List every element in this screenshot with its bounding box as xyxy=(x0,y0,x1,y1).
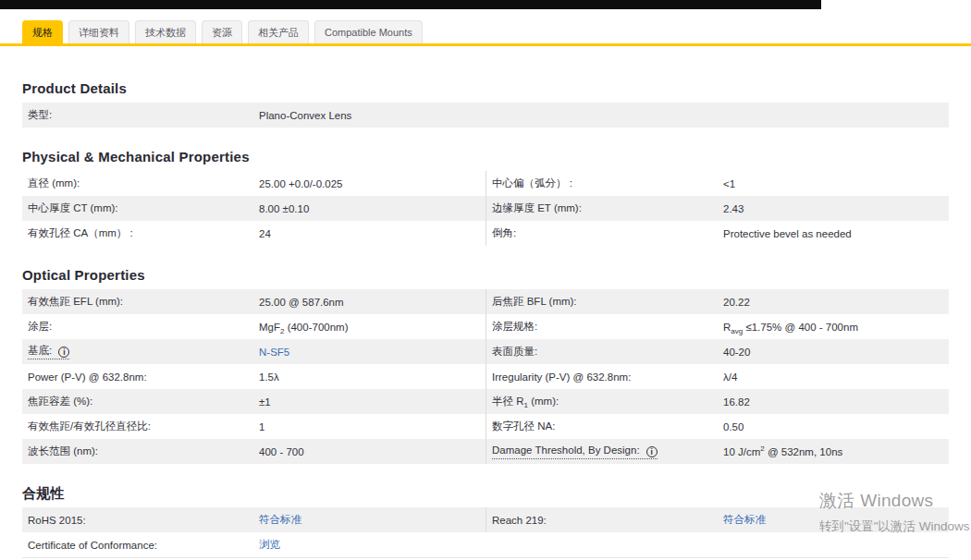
spec-cell: RoHS 2015:符合标准 xyxy=(22,507,486,532)
section-compliance: 合规性 RoHS 2015:符合标准Reach 219:符合标准Certific… xyxy=(22,485,949,557)
spec-label: 表面质量: xyxy=(492,345,723,359)
spec-label-tooltip-term[interactable]: 基底: i xyxy=(28,344,69,359)
section-product-details: Product Details 类型:Plano-Convex Lens xyxy=(22,80,949,128)
spec-cell: 中心偏（弧分） :<1 xyxy=(486,171,949,196)
spec-cell: 有效孔径 CA（mm） :24 xyxy=(22,221,486,246)
spec-label: 边缘厚度 ET (mm): xyxy=(492,201,723,215)
spec-value: 16.82 xyxy=(723,396,949,408)
spec-label: 后焦距 BFL (mm): xyxy=(492,295,723,309)
spec-value: 10 J/cm2 @ 532nm, 10ns xyxy=(723,446,949,457)
spec-cell: 有效焦距/有效孔径直径比:1 xyxy=(22,414,486,439)
spec-value-link[interactable]: 符合标准 xyxy=(723,513,949,527)
spec-row: 类型:Plano-Convex Lens xyxy=(22,103,949,128)
tab-specs[interactable]: 规格 xyxy=(22,20,63,43)
spec-row: 有效焦距/有效孔径直径比:1数字孔径 NA:0.50 xyxy=(22,414,949,439)
spec-value: 1.5λ xyxy=(259,371,486,383)
spec-value: 25.00 +0.0/-0.025 xyxy=(259,178,486,189)
spec-value: 1 xyxy=(259,421,486,432)
spec-value: 2.43 xyxy=(723,203,949,214)
spec-cell: Power (P-V) @ 632.8nm:1.5λ xyxy=(22,364,486,389)
spec-label: 直径 (mm): xyxy=(28,177,259,190)
spec-value: 25.00 @ 587.6nm xyxy=(259,297,486,308)
section-title-product-details: Product Details xyxy=(22,80,949,96)
spec-label: Irregularity (P-V) @ 632.8nm: xyxy=(492,371,723,383)
spec-cell: 边缘厚度 ET (mm):2.43 xyxy=(486,196,949,221)
spec-value-link[interactable]: N-SF5 xyxy=(259,347,486,358)
spec-value: <1 xyxy=(723,178,949,189)
spec-label: 有效焦距/有效孔径直径比: xyxy=(28,420,259,433)
spec-label: 中心厚度 CT (mm): xyxy=(28,201,259,215)
spec-label-tooltip-term[interactable]: Damage Threshold, By Design: i xyxy=(492,444,658,459)
spec-cell: 类型:Plano-Convex Lens xyxy=(22,103,949,128)
spec-cell: 基底: iN-SF5 xyxy=(22,339,486,364)
spec-label: Certificate of Conformance: xyxy=(28,540,259,551)
spec-label: Damage Threshold, By Design: i xyxy=(492,444,723,459)
spec-row: Certificate of Conformance:浏览 xyxy=(22,532,949,557)
spec-label: 类型: xyxy=(28,108,259,122)
info-icon[interactable]: i xyxy=(58,347,69,358)
spec-label: 有效焦距 EFL (mm): xyxy=(28,295,259,309)
spec-row: Power (P-V) @ 632.8nm:1.5λIrregularity (… xyxy=(22,364,949,389)
spec-value: 24 xyxy=(259,228,486,239)
tab-bar: 规格 详细资料 技术数据 资源 相关产品 Compatible Mounts xyxy=(0,9,971,46)
spec-value: λ/4 xyxy=(723,371,949,383)
spec-label: 涂层规格: xyxy=(492,320,723,334)
spec-cell: 直径 (mm):25.00 +0.0/-0.025 xyxy=(22,171,486,196)
spec-table-physical-mechanical: 直径 (mm):25.00 +0.0/-0.025中心偏（弧分） :<1中心厚度… xyxy=(22,171,949,246)
spec-row: 有效焦距 EFL (mm):25.00 @ 587.6nm后焦距 BFL (mm… xyxy=(22,289,949,314)
spec-cell: Certificate of Conformance:浏览 xyxy=(22,532,949,557)
spec-value: MgF2 (400-700nm) xyxy=(259,322,486,333)
spec-label: 中心偏（弧分） : xyxy=(492,177,723,190)
section-title-physical-mechanical: Physical & Mechanical Properties xyxy=(22,149,949,164)
spec-value: 0.50 xyxy=(723,421,949,432)
spec-label: RoHS 2015: xyxy=(28,515,259,526)
spec-table-product-details: 类型:Plano-Convex Lens xyxy=(22,103,949,128)
spec-label: 半径 R1 (mm): xyxy=(492,395,723,408)
section-physical-mechanical: Physical & Mechanical Properties 直径 (mm)… xyxy=(22,149,949,246)
spec-table-compliance: RoHS 2015:符合标准Reach 219:符合标准Certificate … xyxy=(22,507,949,557)
tab-technical-data[interactable]: 技术数据 xyxy=(135,20,196,43)
spec-row: 直径 (mm):25.00 +0.0/-0.025中心偏（弧分） :<1 xyxy=(22,171,949,196)
spec-cell: 半径 R1 (mm):16.82 xyxy=(486,389,949,414)
spec-cell: 有效焦距 EFL (mm):25.00 @ 587.6nm xyxy=(22,289,486,314)
spec-label: Reach 219: xyxy=(492,515,723,526)
tab-resources[interactable]: 资源 xyxy=(202,20,242,43)
spec-value: Protective bevel as needed xyxy=(723,228,949,239)
spec-row: 有效孔径 CA（mm） :24倒角:Protective bevel as ne… xyxy=(22,221,949,246)
section-title-compliance: 合规性 xyxy=(22,485,949,501)
spec-value: Plano-Convex Lens xyxy=(259,110,949,121)
spec-cell: 倒角:Protective bevel as needed xyxy=(486,221,949,246)
spec-row: 基底: iN-SF5表面质量:40-20 xyxy=(22,339,949,364)
table-bottom-divider xyxy=(22,557,949,558)
spec-label: 倒角: xyxy=(492,226,723,240)
spec-row: 焦距容差 (%):±1半径 R1 (mm):16.82 xyxy=(22,389,949,414)
info-icon[interactable]: i xyxy=(646,446,658,457)
spec-content: Product Details 类型:Plano-Convex Lens Phy… xyxy=(0,80,971,557)
tab-related-products[interactable]: 相关产品 xyxy=(248,20,309,43)
spec-cell: 数字孔径 NA:0.50 xyxy=(486,414,949,439)
tab-detailed-info[interactable]: 详细资料 xyxy=(68,20,129,43)
spec-cell: Irregularity (P-V) @ 632.8nm:λ/4 xyxy=(486,364,949,389)
spec-cell: 波长范围 (nm):400 - 700 xyxy=(22,439,486,464)
tab-compatible-mounts[interactable]: Compatible Mounts xyxy=(314,20,423,43)
spec-cell: Damage Threshold, By Design: i10 J/cm2 @… xyxy=(486,439,949,464)
spec-row: 涂层:MgF2 (400-700nm)涂层规格:Ravg ≤1.75% @ 40… xyxy=(22,314,949,339)
spec-value: Ravg ≤1.75% @ 400 - 700nm xyxy=(723,322,949,333)
section-optical: Optical Properties 有效焦距 EFL (mm):25.00 @… xyxy=(22,267,949,464)
spec-cell: 涂层:MgF2 (400-700nm) xyxy=(22,314,486,339)
top-bar xyxy=(0,0,821,9)
spec-label: 焦距容差 (%): xyxy=(28,395,259,408)
spec-cell: Reach 219:符合标准 xyxy=(486,507,949,532)
spec-cell: 后焦距 BFL (mm):20.22 xyxy=(486,289,949,314)
spec-cell: 涂层规格:Ravg ≤1.75% @ 400 - 700nm xyxy=(486,314,949,339)
spec-value: 8.00 ±0.10 xyxy=(259,203,486,214)
spec-value: ±1 xyxy=(259,396,486,408)
spec-label: 基底: i xyxy=(28,344,259,359)
spec-value: 400 - 700 xyxy=(259,446,486,457)
section-title-optical: Optical Properties xyxy=(22,267,949,283)
spec-value-link[interactable]: 浏览 xyxy=(259,538,949,552)
spec-cell: 中心厚度 CT (mm):8.00 ±0.10 xyxy=(22,196,486,221)
spec-label: Power (P-V) @ 632.8nm: xyxy=(28,371,259,383)
spec-cell: 表面质量:40-20 xyxy=(486,339,949,364)
spec-value-link[interactable]: 符合标准 xyxy=(259,513,486,527)
